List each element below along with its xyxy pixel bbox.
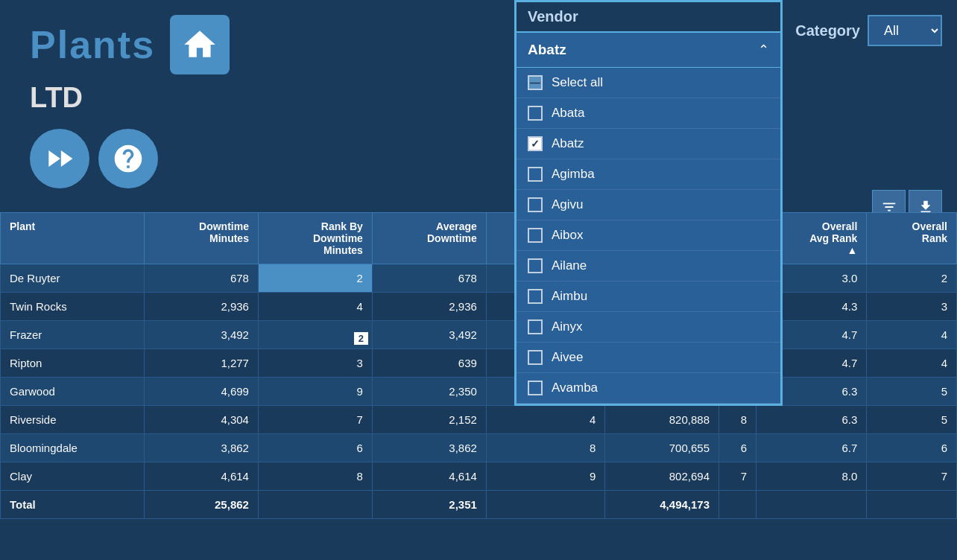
help-button[interactable] xyxy=(98,129,158,188)
vendor-item-label: Aimbu xyxy=(552,289,587,304)
vendor-item-agivu[interactable]: Agivu xyxy=(517,190,780,220)
checkbox-select-all[interactable]: — xyxy=(528,75,543,90)
cell-total-spacer xyxy=(719,491,757,519)
help-icon xyxy=(112,142,145,175)
vendor-item-ailane[interactable]: Ailane xyxy=(517,251,780,281)
cell-overall-rank: 3 xyxy=(867,293,957,321)
cell-overall-rank: 4 xyxy=(867,349,957,378)
vendor-item-aimbu[interactable]: Aimbu xyxy=(517,281,780,312)
checkbox-avamba[interactable] xyxy=(528,381,543,395)
cell-downtime-min: 3,492 xyxy=(144,321,258,349)
table-row: Clay 4,614 8 4,614 9 802,694 7 8.0 7 xyxy=(1,462,957,491)
cell-overall-avg-rank: 8.0 xyxy=(757,462,867,491)
cell-avg-downtime: 639 xyxy=(372,349,486,378)
vendor-list: — Select all Abata ✓ Abatz Agimba Agivu xyxy=(517,68,780,404)
cell-avg-downtime: 678 xyxy=(372,264,486,293)
vendor-item-abata[interactable]: Abata xyxy=(517,98,780,129)
checkbox-ainyx[interactable] xyxy=(528,319,543,334)
table-container: Plant DowntimeMinutes Rank ByDowntimeMin… xyxy=(0,212,957,560)
table-row: Riverside 4,304 7 2,152 4 820,888 8 6.3 … xyxy=(1,406,957,434)
header-left: Plants LTD xyxy=(22,15,230,188)
vendor-item-ainyx[interactable]: Ainyx xyxy=(517,312,780,343)
cell-plant: De Ruyter xyxy=(1,264,145,293)
cell-downtime-min: 2,936 xyxy=(144,293,258,321)
vendor-item-label: Select all xyxy=(552,75,603,90)
vendor-item-aivee[interactable]: Aivee xyxy=(517,343,780,373)
vendor-item-label: Ainyx xyxy=(552,319,583,334)
vendor-item-label: Abata xyxy=(552,106,584,121)
col-plant: Plant xyxy=(1,213,145,264)
checkbox-agivu[interactable] xyxy=(528,197,543,212)
checkbox-ailane[interactable] xyxy=(528,258,543,273)
cell-total-rank xyxy=(258,491,372,519)
checkbox-abatz[interactable]: ✓ xyxy=(528,136,543,151)
col-downtime-min: DowntimeMinutes xyxy=(144,213,258,264)
cell-avg-downtime: 2,350 xyxy=(372,378,486,406)
table-header-row: Plant DowntimeMinutes Rank ByDowntimeMin… xyxy=(1,213,957,264)
cell-avg-downtime: 2,936 xyxy=(372,293,486,321)
cell-v: 802,694 xyxy=(605,462,719,491)
vendor-item-label: Aibox xyxy=(552,228,584,243)
vendor-item-label: Ailane xyxy=(552,258,587,273)
fast-forward-icon xyxy=(43,142,76,175)
cell-plant: Ripton xyxy=(1,349,145,378)
checkbox-aivee[interactable] xyxy=(528,350,543,365)
checkbox-check-icon: ✓ xyxy=(531,138,540,150)
table-row: Bloomingdale 3,862 6 3,862 8 700,655 6 6… xyxy=(1,434,957,462)
vendor-item-label: Aivee xyxy=(552,350,584,365)
vendor-dropdown[interactable]: Vendor Abatz ⌃ — Select all Abata ✓ Abat… xyxy=(514,0,783,406)
cell-rank-by-dt: 3 xyxy=(258,349,372,378)
vendor-item-select-all[interactable]: — Select all xyxy=(517,68,780,98)
table-row: De Ruyter 678 2 678 3.0 2 xyxy=(1,264,957,293)
cell-avg-downtime: 3,862 xyxy=(372,434,486,462)
cell-plant: Garwood xyxy=(1,378,145,406)
col-overall-rank: OverallRank xyxy=(867,213,957,264)
cell-rank-by-dt: 7 xyxy=(258,406,372,434)
vendor-selected-row[interactable]: Abatz ⌃ xyxy=(517,33,780,68)
category-select[interactable]: All xyxy=(868,15,942,46)
cell-avg-downtime: 2,152 xyxy=(372,406,486,434)
vendor-header-label: Vendor xyxy=(528,8,578,25)
checkbox-check-icon: — xyxy=(530,77,540,89)
subtitle-label: LTD xyxy=(30,82,230,114)
table-row: Frazer 3,492 2 3,492 4.7 4 xyxy=(1,321,957,349)
checkbox-aimbu[interactable] xyxy=(528,289,543,304)
vendor-item-label: Abatz xyxy=(552,136,584,151)
cell-total-avg: 2,351 xyxy=(372,491,486,519)
vendor-item-agimba[interactable]: Agimba xyxy=(517,159,780,190)
total-row: Total 25,862 2,351 4,494,173 xyxy=(1,491,957,519)
cell-avg-downtime: 3,492 xyxy=(372,321,486,349)
table-row: Garwood 4,699 9 2,350 5 549,029 5 6.3 5 xyxy=(1,378,957,406)
cell-rank-by-dt: 6 xyxy=(258,434,372,462)
cell-v2: 7 xyxy=(719,462,757,491)
vendor-selected-text: Abatz xyxy=(528,42,566,58)
fast-forward-button[interactable] xyxy=(30,129,89,188)
cell-overall-rank: 4 xyxy=(867,321,957,349)
vendor-item-abatz[interactable]: ✓ Abatz xyxy=(517,129,780,159)
table-body: De Ruyter 678 2 678 3.0 2 Twin Rocks 2,9… xyxy=(1,264,957,519)
category-label: Category xyxy=(795,22,860,39)
vendor-item-aibox[interactable]: Aibox xyxy=(517,220,780,251)
vendor-item-avamba[interactable]: Avamba xyxy=(517,373,780,404)
table-row: Twin Rocks 2,936 4 2,936 4.3 3 xyxy=(1,293,957,321)
cell-rank-avg: 8 xyxy=(486,434,604,462)
cell-total-label: Total xyxy=(1,491,145,519)
checkbox-agimba[interactable] xyxy=(528,167,543,182)
cell-downtime-min: 4,614 xyxy=(144,462,258,491)
main-table: Plant DowntimeMinutes Rank ByDowntimeMin… xyxy=(0,212,957,519)
cell-overall-rank: 6 xyxy=(867,434,957,462)
cell-rank-by-dt: 8 xyxy=(258,462,372,491)
cell-avg-downtime: 4,614 xyxy=(372,462,486,491)
cell-rank-by-dt: 2 xyxy=(258,321,372,349)
nav-buttons xyxy=(30,129,230,188)
cell-v: 820,888 xyxy=(605,406,719,434)
cell-overall-avg-rank: 6.3 xyxy=(757,406,867,434)
cell-overall-avg-rank: 6.7 xyxy=(757,434,867,462)
cell-total-overall-rank xyxy=(867,491,957,519)
cell-rank-avg: 4 xyxy=(486,406,604,434)
checkbox-abata[interactable] xyxy=(528,106,543,121)
cell-plant: Twin Rocks xyxy=(1,293,145,321)
cell-v2: 8 xyxy=(719,406,757,434)
home-icon-box[interactable] xyxy=(170,15,230,74)
checkbox-aibox[interactable] xyxy=(528,228,543,243)
